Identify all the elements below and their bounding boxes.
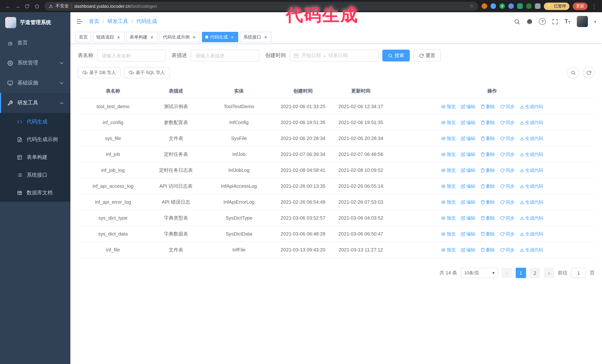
github-icon[interactable] [527,18,533,25]
sidebar-item-system-api[interactable]: 系统接口 [0,166,70,184]
profile-paused-chip[interactable]: 已暂停 [544,2,570,10]
edit-link[interactable]: 编辑 [461,135,475,142]
delete-link[interactable]: 删除 [481,135,495,142]
breadcrumb-dev-tools[interactable]: 研发工具 [108,18,128,25]
extension-icon-orange[interactable] [482,3,487,9]
page-url[interactable]: dashboard.yudao.iocoder.cn/tool/codegen [75,3,467,9]
extensions-puzzle-icon[interactable] [535,3,540,9]
sidebar-item-code-generation[interactable]: 代码生成 [0,113,70,131]
tab[interactable]: 代码生成 × [202,32,238,42]
generate-code-link[interactable]: 生成代码 [520,167,543,174]
tab[interactable]: 链路追踪 × [93,32,124,42]
tab[interactable]: 系统接口 × [240,32,271,42]
tab[interactable]: 首页 [75,32,91,42]
edit-link[interactable]: 编辑 [461,247,475,253]
security-label[interactable]: 不安全 [55,3,69,9]
generate-code-link[interactable]: 生成代码 [520,247,543,253]
extension-icon-people[interactable] [508,3,514,9]
browser-reload-button[interactable] [24,3,31,9]
preview-link[interactable]: 预览 [441,199,456,206]
address-bar[interactable]: ⚠ 不安全 dashboard.yudao.iocoder.cn/tool/co… [44,2,478,10]
close-icon[interactable]: × [230,34,235,40]
delete-link[interactable]: 删除 [481,231,495,237]
delete-link[interactable]: 删除 [481,183,495,190]
search-icon[interactable] [514,18,520,25]
table-desc-input[interactable] [191,50,259,62]
delete-link[interactable]: 删除 [481,103,495,110]
breadcrumb-home[interactable]: 首页 [89,18,99,25]
next-page-button[interactable]: › [544,268,554,278]
generate-code-link[interactable]: 生成代码 [520,119,543,126]
browser-forward-button[interactable]: → [14,3,21,9]
font-size-icon[interactable]: TT [565,19,570,24]
sync-link[interactable]: 同步 [500,103,515,110]
edit-link[interactable]: 编辑 [461,119,475,126]
sync-link[interactable]: 同步 [500,247,515,253]
sidebar-item-codegen-example[interactable]: 代码生成示例 [0,131,70,148]
preview-link[interactable]: 预览 [441,215,456,221]
sync-link[interactable]: 同步 [500,199,515,206]
delete-link[interactable]: 删除 [481,247,495,253]
preview-link[interactable]: 预览 [441,135,456,142]
sync-link[interactable]: 同步 [500,135,515,142]
help-icon[interactable]: ? [539,18,546,25]
delete-link[interactable]: 删除 [481,215,495,221]
browser-menu-kebab-icon[interactable]: ⋮ [591,3,598,10]
preview-link[interactable]: 预览 [441,247,456,253]
close-icon[interactable]: × [192,34,197,40]
sync-link[interactable]: 同步 [500,167,515,174]
import-sql-button[interactable]: 基于 SQL 导入 [124,67,170,78]
generate-code-link[interactable]: 生成代码 [520,231,543,237]
sync-link[interactable]: 同步 [500,183,515,190]
sidebar-item-system-management[interactable]: 系统管理 [0,53,70,73]
close-icon[interactable]: × [116,34,121,40]
sidebar-item-infrastructure[interactable]: 基础设施 [0,73,70,93]
delete-link[interactable]: 删除 [481,167,495,174]
edit-link[interactable]: 编辑 [461,103,475,110]
tab[interactable]: 代码生成示例 × [160,32,200,42]
sidebar-item-database-doc[interactable]: 数据库文档 [0,184,70,202]
goto-page-input[interactable] [571,268,586,278]
sidebar-toggle-button[interactable] [76,18,83,25]
sidebar-item-form-builder[interactable]: 表单构建 [0,148,70,166]
browser-back-button[interactable]: ← [4,3,11,9]
sidebar-item-dev-tools[interactable]: 研发工具 [0,93,70,113]
bookmark-star-icon[interactable]: ☆ [470,3,474,9]
browser-home-button[interactable] [34,3,41,9]
preview-link[interactable]: 预览 [441,103,456,110]
chevron-down-icon[interactable]: ▾ [594,20,596,23]
refresh-table-button[interactable] [583,67,595,79]
extension-icon-green-square[interactable] [517,3,523,9]
preview-link[interactable]: 预览 [441,151,456,158]
extension-icon-tree[interactable] [526,3,532,9]
table-name-input[interactable] [97,50,166,62]
user-avatar[interactable] [577,16,588,27]
browser-update-button[interactable]: 更新 [573,2,588,10]
sync-link[interactable]: 同步 [500,231,515,237]
close-icon[interactable]: × [263,34,268,40]
page-button-2[interactable]: 2 [530,268,540,278]
sidebar-item-home[interactable]: 首页 [0,33,70,53]
app-logo[interactable]: 芋道管理系统 [0,12,70,33]
generate-code-link[interactable]: 生成代码 [520,215,543,221]
search-button[interactable]: 搜索 [382,50,410,62]
edit-link[interactable]: 编辑 [461,199,475,206]
edit-link[interactable]: 编辑 [461,151,475,158]
generate-code-link[interactable]: 生成代码 [520,183,543,190]
page-button-1[interactable]: 1 [516,268,526,278]
sync-link[interactable]: 同步 [500,119,515,126]
edit-link[interactable]: 编辑 [461,215,475,221]
delete-link[interactable]: 删除 [481,119,495,126]
generate-code-link[interactable]: 生成代码 [520,151,543,158]
fullscreen-icon[interactable] [552,18,558,25]
preview-link[interactable]: 预览 [441,167,456,174]
edit-link[interactable]: 编辑 [461,231,475,237]
delete-link[interactable]: 删除 [481,199,495,206]
edit-link[interactable]: 编辑 [461,167,475,174]
delete-link[interactable]: 删除 [481,151,495,158]
extension-icon-green-v[interactable]: V [499,3,505,9]
edit-link[interactable]: 编辑 [461,183,475,190]
generate-code-link[interactable]: 生成代码 [520,103,543,110]
extension-icon-blue-drop[interactable] [491,3,496,9]
tab[interactable]: 表单构建 × [126,32,158,42]
